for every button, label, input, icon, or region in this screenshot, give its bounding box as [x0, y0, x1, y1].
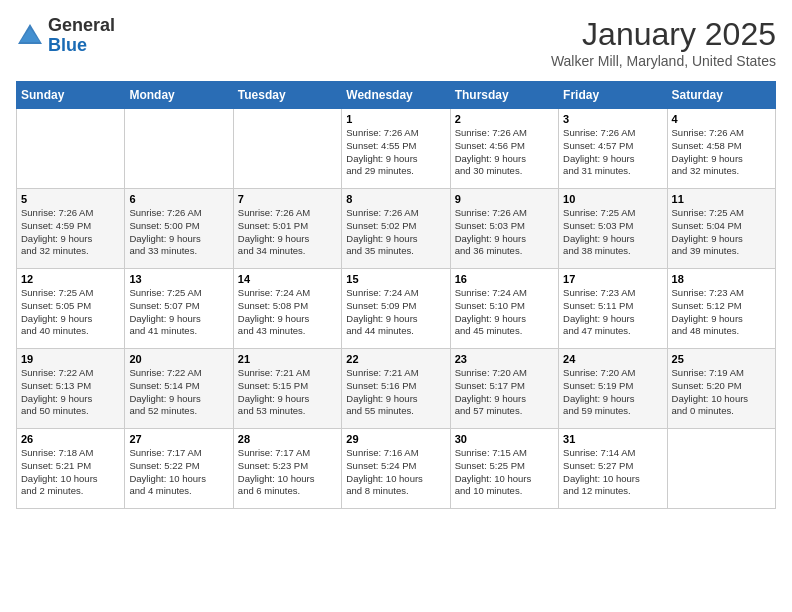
calendar-cell: 15Sunrise: 7:24 AM Sunset: 5:09 PM Dayli…: [342, 269, 450, 349]
calendar-cell: 25Sunrise: 7:19 AM Sunset: 5:20 PM Dayli…: [667, 349, 775, 429]
day-number: 16: [455, 273, 554, 285]
day-number: 29: [346, 433, 445, 445]
calendar-cell: 17Sunrise: 7:23 AM Sunset: 5:11 PM Dayli…: [559, 269, 667, 349]
day-info: Sunrise: 7:21 AM Sunset: 5:15 PM Dayligh…: [238, 367, 337, 418]
calendar-cell: 26Sunrise: 7:18 AM Sunset: 5:21 PM Dayli…: [17, 429, 125, 509]
day-info: Sunrise: 7:16 AM Sunset: 5:24 PM Dayligh…: [346, 447, 445, 498]
calendar-cell: 27Sunrise: 7:17 AM Sunset: 5:22 PM Dayli…: [125, 429, 233, 509]
calendar-cell: 12Sunrise: 7:25 AM Sunset: 5:05 PM Dayli…: [17, 269, 125, 349]
day-number: 2: [455, 113, 554, 125]
day-number: 14: [238, 273, 337, 285]
calendar-cell: 13Sunrise: 7:25 AM Sunset: 5:07 PM Dayli…: [125, 269, 233, 349]
day-header-saturday: Saturday: [667, 82, 775, 109]
day-info: Sunrise: 7:24 AM Sunset: 5:09 PM Dayligh…: [346, 287, 445, 338]
week-row-3: 12Sunrise: 7:25 AM Sunset: 5:05 PM Dayli…: [17, 269, 776, 349]
day-number: 31: [563, 433, 662, 445]
day-number: 9: [455, 193, 554, 205]
calendar-cell: 8Sunrise: 7:26 AM Sunset: 5:02 PM Daylig…: [342, 189, 450, 269]
day-number: 25: [672, 353, 771, 365]
calendar-cell: 23Sunrise: 7:20 AM Sunset: 5:17 PM Dayli…: [450, 349, 558, 429]
day-info: Sunrise: 7:26 AM Sunset: 5:01 PM Dayligh…: [238, 207, 337, 258]
week-row-5: 26Sunrise: 7:18 AM Sunset: 5:21 PM Dayli…: [17, 429, 776, 509]
day-number: 7: [238, 193, 337, 205]
logo: General Blue: [16, 16, 115, 56]
calendar-cell: 22Sunrise: 7:21 AM Sunset: 5:16 PM Dayli…: [342, 349, 450, 429]
day-number: 4: [672, 113, 771, 125]
day-number: 22: [346, 353, 445, 365]
calendar-header-row: SundayMondayTuesdayWednesdayThursdayFrid…: [17, 82, 776, 109]
day-info: Sunrise: 7:20 AM Sunset: 5:17 PM Dayligh…: [455, 367, 554, 418]
day-info: Sunrise: 7:24 AM Sunset: 5:10 PM Dayligh…: [455, 287, 554, 338]
calendar-cell: [125, 109, 233, 189]
day-number: 30: [455, 433, 554, 445]
calendar-cell: 18Sunrise: 7:23 AM Sunset: 5:12 PM Dayli…: [667, 269, 775, 349]
day-header-wednesday: Wednesday: [342, 82, 450, 109]
day-header-thursday: Thursday: [450, 82, 558, 109]
day-number: 18: [672, 273, 771, 285]
day-info: Sunrise: 7:22 AM Sunset: 5:14 PM Dayligh…: [129, 367, 228, 418]
calendar-cell: 29Sunrise: 7:16 AM Sunset: 5:24 PM Dayli…: [342, 429, 450, 509]
week-row-4: 19Sunrise: 7:22 AM Sunset: 5:13 PM Dayli…: [17, 349, 776, 429]
month-title: January 2025: [551, 16, 776, 53]
calendar-cell: 10Sunrise: 7:25 AM Sunset: 5:03 PM Dayli…: [559, 189, 667, 269]
day-number: 5: [21, 193, 120, 205]
calendar-cell: 4Sunrise: 7:26 AM Sunset: 4:58 PM Daylig…: [667, 109, 775, 189]
day-number: 10: [563, 193, 662, 205]
logo-general-label: General: [48, 16, 115, 36]
day-number: 27: [129, 433, 228, 445]
day-info: Sunrise: 7:19 AM Sunset: 5:20 PM Dayligh…: [672, 367, 771, 418]
calendar-cell: 31Sunrise: 7:14 AM Sunset: 5:27 PM Dayli…: [559, 429, 667, 509]
calendar-cell: 24Sunrise: 7:20 AM Sunset: 5:19 PM Dayli…: [559, 349, 667, 429]
day-info: Sunrise: 7:26 AM Sunset: 4:59 PM Dayligh…: [21, 207, 120, 258]
calendar-table: SundayMondayTuesdayWednesdayThursdayFrid…: [16, 81, 776, 509]
day-info: Sunrise: 7:25 AM Sunset: 5:03 PM Dayligh…: [563, 207, 662, 258]
day-info: Sunrise: 7:17 AM Sunset: 5:23 PM Dayligh…: [238, 447, 337, 498]
day-info: Sunrise: 7:15 AM Sunset: 5:25 PM Dayligh…: [455, 447, 554, 498]
calendar-cell: 11Sunrise: 7:25 AM Sunset: 5:04 PM Dayli…: [667, 189, 775, 269]
calendar-cell: 19Sunrise: 7:22 AM Sunset: 5:13 PM Dayli…: [17, 349, 125, 429]
calendar-cell: 21Sunrise: 7:21 AM Sunset: 5:15 PM Dayli…: [233, 349, 341, 429]
calendar-cell: 30Sunrise: 7:15 AM Sunset: 5:25 PM Dayli…: [450, 429, 558, 509]
svg-marker-1: [20, 28, 40, 42]
calendar-cell: 14Sunrise: 7:24 AM Sunset: 5:08 PM Dayli…: [233, 269, 341, 349]
day-info: Sunrise: 7:22 AM Sunset: 5:13 PM Dayligh…: [21, 367, 120, 418]
day-info: Sunrise: 7:21 AM Sunset: 5:16 PM Dayligh…: [346, 367, 445, 418]
calendar-cell: 16Sunrise: 7:24 AM Sunset: 5:10 PM Dayli…: [450, 269, 558, 349]
day-info: Sunrise: 7:25 AM Sunset: 5:07 PM Dayligh…: [129, 287, 228, 338]
logo-icon: [16, 22, 44, 50]
day-info: Sunrise: 7:14 AM Sunset: 5:27 PM Dayligh…: [563, 447, 662, 498]
title-block: January 2025 Walker Mill, Maryland, Unit…: [551, 16, 776, 69]
day-info: Sunrise: 7:26 AM Sunset: 4:58 PM Dayligh…: [672, 127, 771, 178]
calendar-cell: 5Sunrise: 7:26 AM Sunset: 4:59 PM Daylig…: [17, 189, 125, 269]
day-info: Sunrise: 7:26 AM Sunset: 5:03 PM Dayligh…: [455, 207, 554, 258]
week-row-1: 1Sunrise: 7:26 AM Sunset: 4:55 PM Daylig…: [17, 109, 776, 189]
day-number: 11: [672, 193, 771, 205]
day-info: Sunrise: 7:26 AM Sunset: 5:00 PM Dayligh…: [129, 207, 228, 258]
day-number: 13: [129, 273, 228, 285]
calendar-cell: [17, 109, 125, 189]
calendar-cell: 2Sunrise: 7:26 AM Sunset: 4:56 PM Daylig…: [450, 109, 558, 189]
day-number: 17: [563, 273, 662, 285]
calendar-cell: 3Sunrise: 7:26 AM Sunset: 4:57 PM Daylig…: [559, 109, 667, 189]
day-info: Sunrise: 7:26 AM Sunset: 4:55 PM Dayligh…: [346, 127, 445, 178]
day-info: Sunrise: 7:23 AM Sunset: 5:11 PM Dayligh…: [563, 287, 662, 338]
week-row-2: 5Sunrise: 7:26 AM Sunset: 4:59 PM Daylig…: [17, 189, 776, 269]
day-number: 21: [238, 353, 337, 365]
location-label: Walker Mill, Maryland, United States: [551, 53, 776, 69]
calendar-cell: 28Sunrise: 7:17 AM Sunset: 5:23 PM Dayli…: [233, 429, 341, 509]
calendar-cell: 6Sunrise: 7:26 AM Sunset: 5:00 PM Daylig…: [125, 189, 233, 269]
day-info: Sunrise: 7:25 AM Sunset: 5:04 PM Dayligh…: [672, 207, 771, 258]
day-number: 12: [21, 273, 120, 285]
calendar-cell: 20Sunrise: 7:22 AM Sunset: 5:14 PM Dayli…: [125, 349, 233, 429]
day-info: Sunrise: 7:26 AM Sunset: 5:02 PM Dayligh…: [346, 207, 445, 258]
day-info: Sunrise: 7:23 AM Sunset: 5:12 PM Dayligh…: [672, 287, 771, 338]
day-info: Sunrise: 7:26 AM Sunset: 4:56 PM Dayligh…: [455, 127, 554, 178]
calendar-cell: [667, 429, 775, 509]
day-number: 19: [21, 353, 120, 365]
calendar-cell: 7Sunrise: 7:26 AM Sunset: 5:01 PM Daylig…: [233, 189, 341, 269]
day-number: 3: [563, 113, 662, 125]
page-header: General Blue January 2025 Walker Mill, M…: [16, 16, 776, 69]
day-info: Sunrise: 7:20 AM Sunset: 5:19 PM Dayligh…: [563, 367, 662, 418]
day-header-sunday: Sunday: [17, 82, 125, 109]
day-number: 1: [346, 113, 445, 125]
